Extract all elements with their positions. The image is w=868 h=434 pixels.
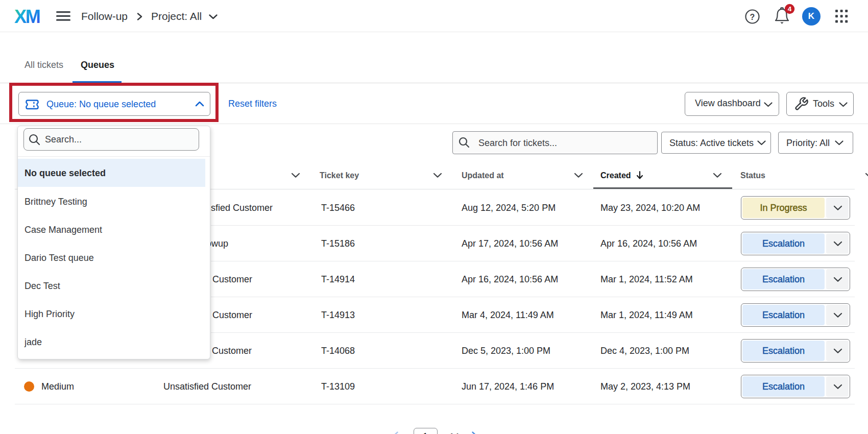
svg-text:XM: XM [14, 7, 40, 25]
svg-text:4: 4 [788, 5, 792, 13]
svg-text:?: ? [750, 13, 755, 21]
